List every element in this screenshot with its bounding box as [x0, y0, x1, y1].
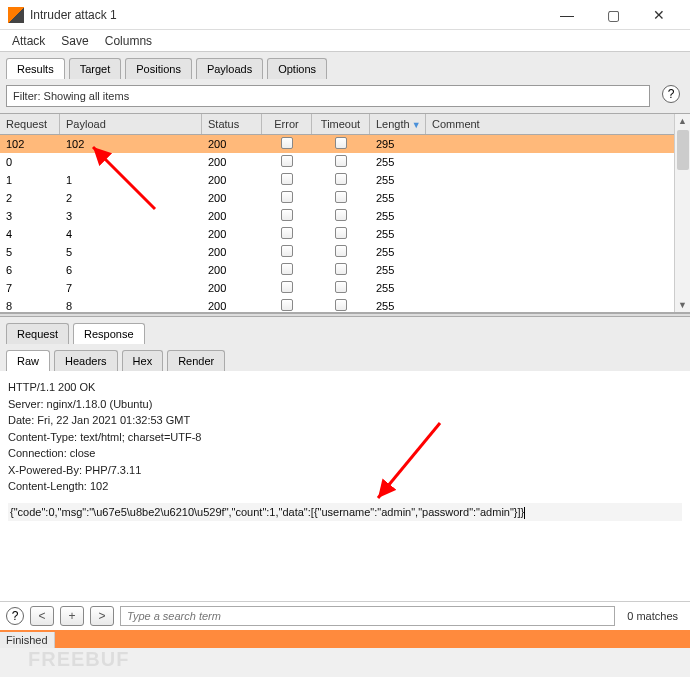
vertical-scrollbar[interactable]: ▲ ▼ — [674, 114, 690, 312]
cell-timeout — [312, 297, 370, 313]
raw-view[interactable]: HTTP/1.1 200 OKServer: nginx/1.18.0 (Ubu… — [0, 371, 690, 601]
cell-error — [262, 135, 312, 153]
cell-comment — [426, 178, 690, 182]
table-row[interactable]: 22200255 — [0, 189, 690, 207]
checkbox-icon — [281, 263, 293, 275]
tab-headers[interactable]: Headers — [54, 350, 118, 371]
cell-timeout — [312, 261, 370, 279]
table-row[interactable]: 102102200295 — [0, 135, 690, 153]
checkbox-icon — [281, 227, 293, 239]
cell-status: 200 — [202, 154, 262, 170]
help-icon[interactable]: ? — [662, 85, 680, 103]
help-icon[interactable]: ? — [6, 607, 24, 625]
detail-subtabs: Raw Headers Hex Render — [0, 344, 690, 371]
minimize-button[interactable] — [544, 7, 590, 23]
search-input[interactable] — [120, 606, 615, 626]
tab-request[interactable]: Request — [6, 323, 69, 344]
cell-payload: 4 — [60, 226, 202, 242]
checkbox-icon — [281, 137, 293, 149]
cell-status: 200 — [202, 298, 262, 313]
col-payload[interactable]: Payload — [60, 114, 202, 134]
checkbox-icon — [335, 155, 347, 167]
cell-error — [262, 189, 312, 207]
cell-length: 255 — [370, 172, 426, 188]
cell-length: 255 — [370, 262, 426, 278]
cell-timeout — [312, 189, 370, 207]
cell-error — [262, 153, 312, 171]
table-row[interactable]: 66200255 — [0, 261, 690, 279]
cell-length: 255 — [370, 226, 426, 242]
table-body: 1021022002950200255112002552220025533200… — [0, 135, 690, 313]
checkbox-icon — [281, 155, 293, 167]
tab-hex[interactable]: Hex — [122, 350, 164, 371]
table-row[interactable]: 33200255 — [0, 207, 690, 225]
col-length[interactable]: Length▼ — [370, 114, 426, 134]
cell-status: 200 — [202, 280, 262, 296]
scroll-up-icon[interactable]: ▲ — [678, 114, 687, 128]
cell-request: 0 — [0, 154, 60, 170]
tab-target[interactable]: Target — [69, 58, 122, 79]
cell-payload: 6 — [60, 262, 202, 278]
results-table: Request Payload Status Error Timeout Len… — [0, 113, 690, 313]
cell-timeout — [312, 225, 370, 243]
search-prev-button[interactable]: < — [30, 606, 54, 626]
col-comment[interactable]: Comment — [426, 114, 690, 134]
cell-status: 200 — [202, 136, 262, 152]
cell-comment — [426, 160, 690, 164]
checkbox-icon — [335, 173, 347, 185]
tab-results[interactable]: Results — [6, 58, 65, 79]
col-timeout[interactable]: Timeout — [312, 114, 370, 134]
scroll-down-icon[interactable]: ▼ — [678, 298, 687, 312]
table-row[interactable]: 44200255 — [0, 225, 690, 243]
search-add-button[interactable]: + — [60, 606, 84, 626]
cell-payload: 5 — [60, 244, 202, 260]
cell-timeout — [312, 243, 370, 261]
table-row[interactable]: 55200255 — [0, 243, 690, 261]
cell-payload: 7 — [60, 280, 202, 296]
checkbox-icon — [335, 263, 347, 275]
search-next-button[interactable]: > — [90, 606, 114, 626]
checkbox-icon — [335, 245, 347, 257]
col-request[interactable]: Request — [0, 114, 60, 134]
cell-comment — [426, 268, 690, 272]
cell-error — [262, 243, 312, 261]
cell-request: 5 — [0, 244, 60, 260]
cell-request: 7 — [0, 280, 60, 296]
sort-indicator-icon: ▼ — [412, 120, 421, 130]
cell-error — [262, 279, 312, 297]
matches-label: 0 matches — [621, 610, 684, 622]
col-error[interactable]: Error — [262, 114, 312, 134]
cell-error — [262, 171, 312, 189]
app-icon — [8, 7, 24, 23]
cell-request: 4 — [0, 226, 60, 242]
col-status[interactable]: Status — [202, 114, 262, 134]
cell-comment — [426, 250, 690, 254]
tab-response[interactable]: Response — [73, 323, 145, 344]
watermark: FREEBUF — [28, 648, 129, 671]
table-row[interactable]: 88200255 — [0, 297, 690, 313]
table-row[interactable]: 11200255 — [0, 171, 690, 189]
menu-attack[interactable]: Attack — [6, 32, 51, 50]
checkbox-icon — [335, 209, 347, 221]
close-button[interactable] — [636, 7, 682, 23]
table-header: Request Payload Status Error Timeout Len… — [0, 114, 690, 135]
detail-area: Request Response Raw Headers Hex Render … — [0, 317, 690, 630]
tab-options[interactable]: Options — [267, 58, 327, 79]
cell-length: 255 — [370, 208, 426, 224]
scroll-thumb[interactable] — [677, 130, 689, 170]
raw-header-line: Content-Type: text/html; charset=UTF-8 — [8, 429, 682, 446]
tab-payloads[interactable]: Payloads — [196, 58, 263, 79]
tab-render[interactable]: Render — [167, 350, 225, 371]
filter-box[interactable]: Filter: Showing all items — [6, 85, 650, 107]
tab-raw[interactable]: Raw — [6, 350, 50, 371]
menu-save[interactable]: Save — [55, 32, 94, 50]
raw-header-line: Date: Fri, 22 Jan 2021 01:32:53 GMT — [8, 412, 682, 429]
tab-positions[interactable]: Positions — [125, 58, 192, 79]
table-row[interactable]: 0200255 — [0, 153, 690, 171]
table-row[interactable]: 77200255 — [0, 279, 690, 297]
titlebar: Intruder attack 1 — [0, 0, 690, 30]
raw-header-line: Server: nginx/1.18.0 (Ubuntu) — [8, 396, 682, 413]
maximize-button[interactable] — [590, 7, 636, 23]
menu-columns[interactable]: Columns — [99, 32, 158, 50]
cell-timeout — [312, 279, 370, 297]
